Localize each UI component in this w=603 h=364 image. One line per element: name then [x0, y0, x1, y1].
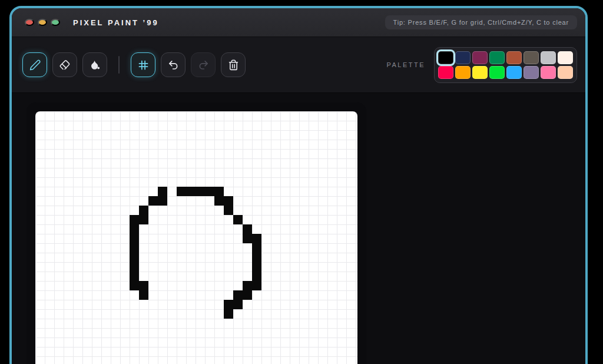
art-pixel	[130, 243, 139, 253]
clear-canvas-button[interactable]	[221, 52, 246, 77]
art-pixel	[233, 300, 243, 309]
art-pixel	[214, 196, 224, 206]
title-bar: PIXEL PAINT ’99 Tip: Press B/E/F, G for …	[12, 8, 585, 37]
grid-toggle-button[interactable]	[131, 52, 155, 77]
art-pixel	[243, 224, 252, 234]
redo-button[interactable]	[191, 52, 216, 77]
art-pixel	[196, 187, 205, 196]
art-pixel	[130, 215, 139, 224]
palette-section: PALETTE	[386, 47, 577, 83]
undo-button[interactable]	[161, 52, 185, 77]
art-pixel	[252, 234, 261, 243]
palette-label: PALETTE	[386, 61, 425, 68]
undo-icon	[167, 59, 180, 71]
toolbar: PALETTE	[12, 37, 585, 93]
palette-swatch[interactable]	[438, 51, 453, 64]
art-pixel	[130, 224, 139, 234]
art-pixel	[148, 196, 158, 206]
art-pixel	[233, 290, 243, 300]
zoom-window-button[interactable]	[51, 19, 60, 26]
palette-swatch[interactable]	[541, 66, 556, 79]
art-pixel	[233, 215, 243, 224]
palette-swatch[interactable]	[524, 51, 539, 64]
grid-icon	[137, 59, 150, 71]
art-pixel	[224, 309, 233, 319]
palette-swatch[interactable]	[455, 66, 471, 79]
minimize-window-button[interactable]	[38, 19, 47, 26]
art-pixel	[158, 187, 167, 196]
art-pixel	[252, 272, 261, 281]
toolbar-divider	[118, 56, 120, 74]
art-pixel	[130, 234, 139, 243]
shortcut-tip: Tip: Press B/E/F, G for grid, Ctrl/Cmd+Z…	[385, 15, 577, 29]
pencil-icon	[29, 59, 41, 71]
palette-swatch[interactable]	[489, 66, 505, 79]
palette-swatch[interactable]	[558, 66, 573, 79]
app-window: PIXEL PAINT ’99 Tip: Press B/E/F, G for …	[9, 6, 588, 364]
art-pixel	[130, 281, 139, 290]
color-palette	[434, 47, 577, 83]
eraser-icon	[59, 59, 71, 71]
canvas-frame	[26, 102, 366, 364]
art-pixel	[139, 281, 148, 290]
art-pixel	[224, 206, 233, 215]
art-pixel	[243, 281, 252, 290]
palette-swatch[interactable]	[438, 66, 453, 79]
palette-swatch[interactable]	[472, 51, 488, 64]
pencil-tool-button[interactable]	[22, 52, 47, 77]
fill-tool-button[interactable]	[82, 52, 107, 77]
palette-swatch[interactable]	[558, 51, 573, 64]
eraser-tool-button[interactable]	[52, 52, 77, 77]
trash-icon	[227, 59, 240, 71]
art-pixel	[214, 187, 224, 196]
traffic-lights	[25, 19, 60, 26]
art-pixel	[186, 187, 196, 196]
art-pixel	[139, 215, 148, 224]
art-pixel	[130, 253, 139, 262]
art-pixel	[224, 300, 233, 309]
palette-swatch[interactable]	[524, 66, 539, 79]
palette-swatch[interactable]	[506, 66, 522, 79]
drawing-canvas[interactable]	[35, 111, 357, 364]
art-pixel	[252, 262, 261, 272]
palette-swatch[interactable]	[506, 51, 522, 64]
art-pixel	[252, 253, 261, 262]
palette-swatch[interactable]	[455, 51, 471, 64]
close-window-button[interactable]	[25, 19, 34, 26]
art-pixel	[252, 243, 261, 253]
palette-swatch[interactable]	[489, 51, 505, 64]
art-pixel	[243, 234, 252, 243]
art-pixel	[177, 187, 186, 196]
app-title: PIXEL PAINT ’99	[73, 18, 159, 27]
workspace	[12, 93, 585, 364]
art-pixel	[158, 196, 167, 206]
palette-swatch[interactable]	[541, 51, 556, 64]
fill-drop-icon	[89, 59, 101, 71]
art-pixel	[205, 187, 214, 196]
art-pixel	[130, 272, 139, 281]
art-pixel	[139, 206, 148, 215]
palette-swatch[interactable]	[472, 66, 488, 79]
art-pixel	[252, 281, 261, 290]
redo-icon	[197, 59, 210, 71]
art-pixel	[130, 262, 139, 272]
art-pixel	[243, 290, 252, 300]
art-pixel	[139, 290, 148, 300]
art-pixel	[224, 196, 233, 206]
